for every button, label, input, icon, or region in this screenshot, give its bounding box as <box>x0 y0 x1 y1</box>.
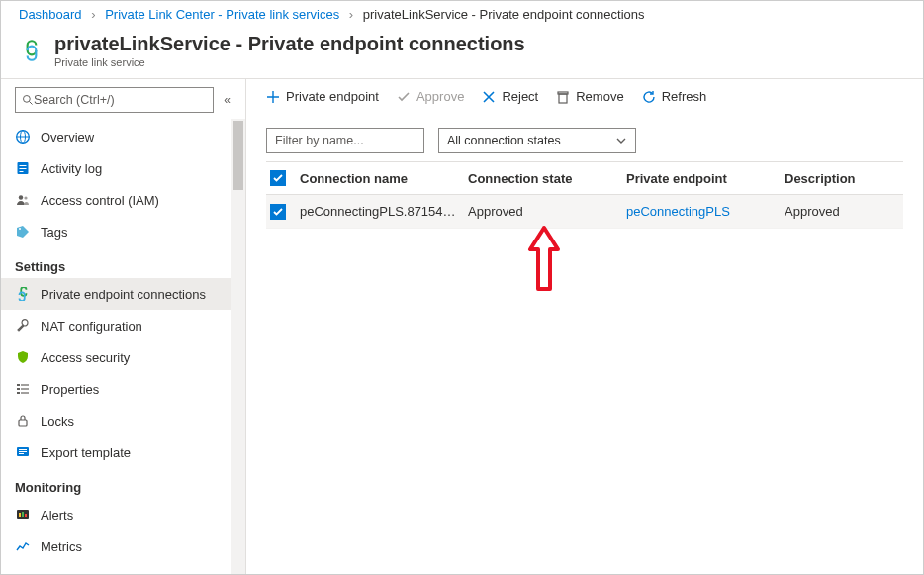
reject-button[interactable]: Reject <box>482 89 538 104</box>
export-icon <box>15 444 31 460</box>
toolbar-label: Remove <box>576 89 623 104</box>
select-all-checkbox[interactable] <box>270 170 286 186</box>
trash-icon <box>556 90 570 104</box>
people-icon <box>15 192 31 208</box>
toolbar: Private endpoint Approve Reject Remove R… <box>246 79 923 114</box>
tag-icon <box>15 224 31 240</box>
svg-point-0 <box>24 96 31 103</box>
dropdown-label: All connection states <box>447 134 561 147</box>
collapse-sidebar-icon[interactable]: « <box>224 93 228 107</box>
svg-rect-28 <box>558 92 568 94</box>
sidebar-item-label: Metrics <box>41 539 82 554</box>
breadcrumb-plcenter[interactable]: Private Link Center - Private link servi… <box>105 7 339 22</box>
sidebar-section-monitoring: Monitoring <box>1 468 245 499</box>
main-pane: Private endpoint Approve Reject Remove R… <box>246 79 923 575</box>
svg-rect-7 <box>20 168 27 169</box>
sidebar-search[interactable] <box>15 87 214 113</box>
sidebar-item-label: Overview <box>41 130 94 144</box>
sidebar-item-tags[interactable]: Tags <box>1 216 245 247</box>
toolbar-label: Reject <box>502 89 538 104</box>
metrics-icon <box>15 538 31 554</box>
svg-rect-21 <box>19 451 27 452</box>
chevron-right-icon: › <box>349 7 353 22</box>
col-connection-state[interactable]: Connection state <box>468 171 626 186</box>
svg-rect-25 <box>22 512 24 517</box>
svg-rect-15 <box>21 388 29 390</box>
sidebar-item-private-endpoint-connections[interactable]: Private endpoint connections <box>1 278 245 310</box>
sidebar-item-overview[interactable]: Overview <box>1 121 245 152</box>
breadcrumb-dashboard[interactable]: Dashboard <box>19 7 82 22</box>
wrench-icon <box>15 318 31 334</box>
toolbar-label: Approve <box>416 89 464 104</box>
svg-rect-18 <box>19 420 27 426</box>
svg-rect-26 <box>25 514 27 517</box>
sidebar-item-metrics[interactable]: Metrics <box>1 530 245 562</box>
sidebar-item-access-security[interactable]: Access security <box>1 341 245 373</box>
sidebar-item-label: Activity log <box>41 161 102 176</box>
sidebar-item-iam[interactable]: Access control (IAM) <box>1 184 245 216</box>
svg-rect-13 <box>21 384 29 386</box>
cell-connection-state: Approved <box>468 204 626 219</box>
sidebar-scrollbar[interactable] <box>231 119 245 575</box>
add-private-endpoint-button[interactable]: Private endpoint <box>266 89 379 104</box>
check-icon <box>397 90 411 104</box>
page-subtitle: Private link service <box>54 56 525 68</box>
refresh-button[interactable]: Refresh <box>642 89 707 104</box>
alerts-icon <box>15 507 31 523</box>
connection-state-dropdown[interactable]: All connection states <box>438 128 636 153</box>
cell-private-endpoint-link[interactable]: peConnectingPLS <box>626 204 785 219</box>
svg-rect-6 <box>20 165 27 166</box>
private-link-service-icon <box>19 38 45 63</box>
svg-rect-12 <box>17 384 20 386</box>
sidebar-section-settings: Settings <box>1 247 245 278</box>
sidebar-item-export-template[interactable]: Export template <box>1 436 245 468</box>
sidebar-item-label: Locks <box>41 414 74 429</box>
table-row[interactable]: peConnectingPLS.871541... Approved peCon… <box>266 195 903 229</box>
sidebar-item-label: NAT configuration <box>41 319 142 334</box>
properties-icon <box>15 381 31 397</box>
refresh-icon <box>642 90 656 104</box>
sidebar-item-properties[interactable]: Properties <box>1 373 245 405</box>
scrollbar-thumb[interactable] <box>233 121 243 190</box>
filter-by-name-input[interactable] <box>266 128 424 153</box>
col-connection-name[interactable]: Connection name <box>300 171 468 186</box>
approve-button[interactable]: Approve <box>397 89 464 104</box>
svg-rect-27 <box>559 94 567 103</box>
svg-point-10 <box>24 196 27 199</box>
lock-icon <box>15 413 31 429</box>
cell-connection-name: peConnectingPLS.871541... <box>300 204 468 219</box>
svg-point-11 <box>19 228 21 230</box>
search-icon <box>22 94 34 106</box>
breadcrumb-current: privateLinkService - Private endpoint co… <box>363 7 645 22</box>
sidebar-search-input[interactable] <box>34 93 207 107</box>
sidebar-item-label: Alerts <box>41 508 73 523</box>
sidebar-item-label: Private endpoint connections <box>41 287 206 302</box>
endpoint-icon <box>15 286 31 302</box>
svg-rect-16 <box>17 392 20 394</box>
svg-point-9 <box>19 195 23 199</box>
sidebar-item-label: Properties <box>41 382 99 397</box>
sidebar-item-label: Access control (IAM) <box>41 193 159 208</box>
sidebar-item-label: Tags <box>41 225 67 240</box>
svg-line-1 <box>30 102 33 105</box>
col-private-endpoint[interactable]: Private endpoint <box>626 171 785 186</box>
plus-icon <box>266 90 280 104</box>
row-checkbox[interactable] <box>270 204 286 220</box>
sidebar-item-alerts[interactable]: Alerts <box>1 499 245 530</box>
connections-table: Connection name Connection state Private… <box>246 161 923 229</box>
col-description[interactable]: Description <box>785 171 903 186</box>
cell-description: Approved <box>785 204 903 219</box>
x-icon <box>482 90 496 104</box>
sidebar-item-locks[interactable]: Locks <box>1 405 245 436</box>
svg-rect-14 <box>17 388 20 390</box>
chevron-right-icon: › <box>91 7 95 22</box>
remove-button[interactable]: Remove <box>556 89 623 104</box>
sidebar-item-activity-log[interactable]: Activity log <box>1 152 245 184</box>
globe-icon <box>15 129 31 144</box>
breadcrumb: Dashboard › Private Link Center - Privat… <box>1 1 923 27</box>
shield-icon <box>15 349 31 365</box>
page-title: privateLinkService - Private endpoint co… <box>54 33 525 55</box>
chevron-down-icon <box>615 135 627 146</box>
toolbar-label: Refresh <box>662 89 707 104</box>
sidebar-item-nat-configuration[interactable]: NAT configuration <box>1 310 245 341</box>
